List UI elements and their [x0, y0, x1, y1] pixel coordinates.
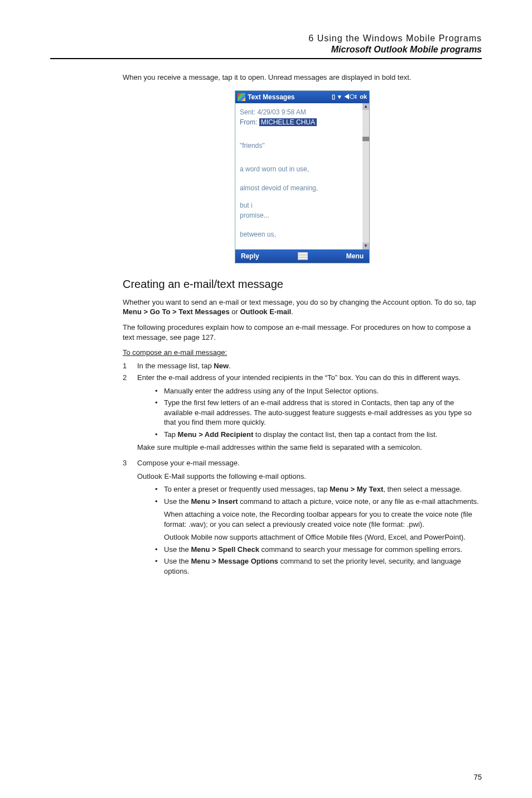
- keyboard-icon[interactable]: [298, 252, 308, 260]
- bullet: Use the Menu > Message Options command t…: [152, 556, 482, 576]
- step-text: Enter the e-mail address of your intende…: [137, 373, 461, 382]
- phone-screen: Text Messages ▯ ▾ ◀ਃ ok Sent: 4/29/03 9:…: [235, 90, 370, 263]
- ok-button[interactable]: ok: [360, 93, 367, 101]
- body-line: but i: [240, 201, 365, 210]
- paragraph: The following procedures explain how to …: [123, 323, 482, 342]
- sent-label: Sent:: [240, 108, 255, 116]
- step-tail: Make sure multiple e-mail addresses with…: [137, 443, 482, 453]
- body-line: a word worn out in use,: [240, 165, 365, 174]
- note: Outlook Mobile now supports attachment o…: [164, 532, 482, 542]
- procedure-heading: To compose an e-mail message:: [123, 348, 482, 358]
- step: 3 Compose your e-mail message. Outlook E…: [123, 458, 482, 579]
- bullet: Use the Menu > Spell Check command to se…: [152, 545, 482, 555]
- phone-titlebar: Text Messages ▯ ▾ ◀ਃ ok: [235, 91, 369, 103]
- antenna-icon: ▾: [338, 93, 341, 101]
- page-number: 75: [474, 773, 482, 781]
- message-body: Sent: 4/29/03 9:58 AM From: MICHELLE CHU…: [235, 103, 369, 249]
- body-line: between us,: [240, 230, 365, 239]
- menu-button[interactable]: Menu: [346, 252, 364, 261]
- step-text: Compose your e-mail message.: [137, 459, 240, 467]
- phone-bottombar: Reply Menu: [235, 249, 369, 263]
- bullet: Use the Menu > Insert command to attach …: [152, 497, 482, 542]
- from-label: From:: [240, 118, 257, 126]
- bullet: Type the first few letters of an e-mail …: [152, 398, 482, 427]
- chapter-title: 6 Using the Windows Mobile Programs: [50, 33, 482, 44]
- speaker-icon: ◀ਃ: [344, 93, 357, 101]
- body-line: "friends": [240, 141, 365, 150]
- reply-button[interactable]: Reply: [241, 252, 259, 261]
- step-number: 1: [123, 361, 137, 371]
- scroll-up-icon[interactable]: ▲: [362, 103, 369, 110]
- scroll-down-icon[interactable]: ▼: [362, 243, 369, 249]
- app-title: Text Messages: [248, 93, 295, 102]
- screenshot: Text Messages ▯ ▾ ◀ਃ ok Sent: 4/29/03 9:…: [123, 90, 482, 263]
- step: 1 In the message list, tap New.: [123, 361, 482, 371]
- sent-value: 4/29/03 9:58 AM: [257, 108, 306, 116]
- header-divider: [50, 58, 482, 59]
- scroll-thumb[interactable]: [362, 137, 369, 141]
- step-sub: Outlook E-Mail supports the following e-…: [137, 472, 482, 482]
- bullet: Manually enter the address using any of …: [152, 386, 482, 396]
- paragraph: Whether you want to send an e-mail or te…: [123, 297, 482, 317]
- step-number: 3: [123, 458, 137, 579]
- scrollbar[interactable]: ▲ ▼: [362, 103, 369, 249]
- section-title: Microsoft Outlook Mobile programs: [50, 45, 482, 55]
- intro-paragraph: When you receive a message, tap it to op…: [123, 73, 482, 83]
- start-flag-icon[interactable]: [238, 93, 245, 101]
- note: When attaching a voice note, the Recordi…: [164, 509, 482, 529]
- step-number: 2: [123, 373, 137, 456]
- step: 2 Enter the e-mail address of your inten…: [123, 373, 482, 456]
- bullet: Tap Menu > Add Recipient to display the …: [152, 430, 482, 440]
- body-line: promise...: [240, 211, 365, 220]
- subheading: Creating an e-mail/text message: [123, 277, 482, 292]
- signal-icon: ▯: [332, 93, 335, 101]
- body-line: almost devoid of meaning,: [240, 184, 365, 193]
- from-name[interactable]: MICHELLE CHUA: [259, 118, 317, 126]
- bullet: To enter a preset or frequently used mes…: [152, 484, 482, 494]
